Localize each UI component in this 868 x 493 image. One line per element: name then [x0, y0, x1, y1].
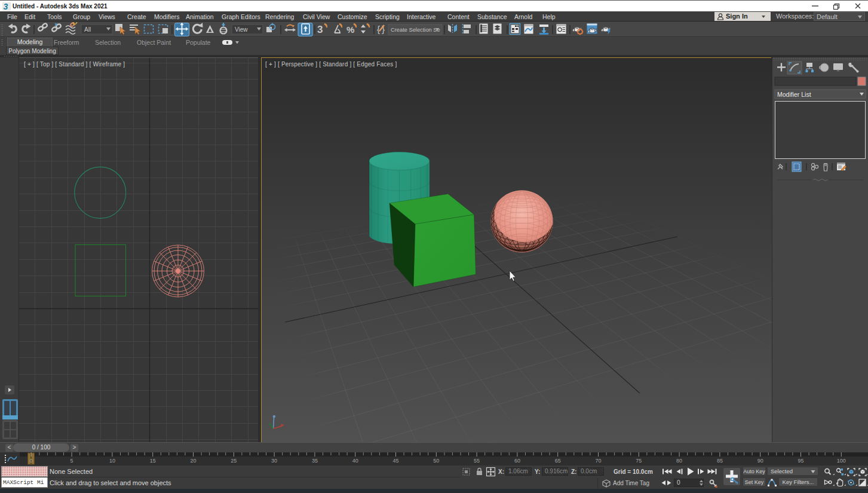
svg-text:25: 25 [231, 458, 237, 464]
svg-text:80: 80 [676, 458, 682, 464]
svg-text:Modifier List: Modifier List [777, 91, 811, 98]
svg-text:65: 65 [555, 458, 561, 464]
svg-text:10: 10 [109, 458, 115, 464]
svg-text:60: 60 [514, 458, 520, 464]
svg-text:0: 0 [30, 458, 33, 464]
svg-text:All: All [84, 26, 91, 33]
svg-text:3: 3 [4, 2, 8, 11]
svg-text:View: View [235, 26, 248, 33]
svg-text:40: 40 [352, 458, 358, 464]
svg-text:20: 20 [190, 458, 196, 464]
svg-text:85: 85 [717, 458, 723, 464]
svg-text:5: 5 [70, 458, 73, 464]
svg-text:100: 100 [837, 458, 846, 464]
svg-text:30: 30 [271, 458, 277, 464]
svg-text:45: 45 [392, 458, 398, 464]
svg-text:75: 75 [636, 458, 642, 464]
svg-text:35: 35 [312, 458, 318, 464]
svg-text:70: 70 [595, 458, 601, 464]
svg-text:95: 95 [798, 458, 803, 464]
svg-text:%: % [346, 25, 354, 35]
svg-text:Create Selection Se: Create Selection Se [391, 27, 440, 33]
svg-text:90: 90 [757, 458, 763, 464]
svg-text:3: 3 [317, 24, 323, 35]
svg-text:50: 50 [433, 458, 439, 464]
svg-text:55: 55 [474, 458, 480, 464]
svg-text:15: 15 [150, 458, 156, 464]
